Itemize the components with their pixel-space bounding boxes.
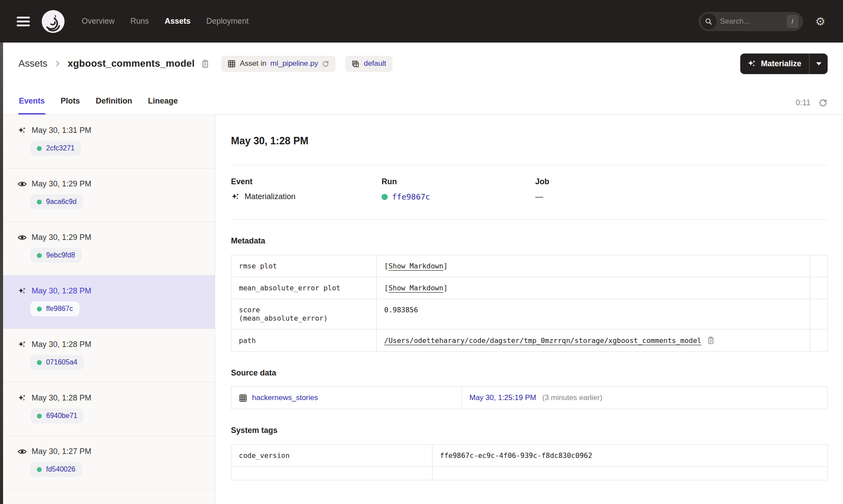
table-row: score (mean_absolute_error) 0.983856: [231, 299, 828, 329]
event-label: Event: [231, 177, 382, 186]
materialize-button[interactable]: Materialize: [740, 54, 809, 74]
materialization-sparkle-icon: [18, 393, 27, 403]
job-value: —: [535, 192, 543, 201]
group-default-link[interactable]: default: [364, 59, 386, 68]
source-data-section-title: Source data: [231, 368, 828, 378]
event-list-item[interactable]: May 30, 1:29 PM 9ebc9fd8: [3, 222, 215, 275]
score-value: 0.983856: [384, 306, 418, 314]
event-detail-heading: May 30, 1:28 PM: [231, 135, 828, 147]
metadata-key: mean_absolute_error plot: [231, 277, 377, 299]
table-row: rmse plot [Show Markdown]: [231, 255, 828, 277]
settings-gear-icon[interactable]: ⚙: [815, 16, 825, 27]
copy-path-icon[interactable]: [706, 336, 715, 345]
metadata-table: rmse plot [Show Markdown] mean_absolute_…: [231, 255, 828, 352]
hamburger-menu-icon[interactable]: [17, 17, 30, 26]
table-row: path /Users/odetteharary/code/dagster/tm…: [231, 329, 828, 352]
show-markdown-link[interactable]: [Show Markdown]: [384, 284, 448, 292]
run-id-badge[interactable]: 9aca6c9d: [30, 194, 83, 209]
search-box[interactable]: /: [699, 12, 803, 31]
event-time: May 30, 1:28 PM: [32, 286, 91, 296]
event-time: May 30, 1:27 PM: [32, 447, 91, 456]
run-id-badge[interactable]: 2cfc3271: [30, 141, 81, 156]
metadata-endcap-cell: [810, 277, 828, 299]
metadata-endcap-cell: [810, 299, 828, 329]
table-row: [231, 467, 828, 480]
breadcrumb-row: Assets xgboost_comments_model Asset in m…: [3, 43, 843, 85]
tag-value: ffe9867c-ec9c-4f06-939c-f8dc830c0962: [432, 445, 828, 467]
search-icon: [701, 14, 717, 29]
tab-lineage[interactable]: Lineage: [148, 97, 178, 114]
event-list-item[interactable]: May 30, 1:28 PM 6940be71: [3, 382, 215, 436]
run-id-badge[interactable]: 6940be71: [30, 408, 84, 423]
search-shortcut-key: /: [787, 15, 799, 28]
observation-eye-icon: [18, 233, 27, 242]
tab-events[interactable]: Events: [18, 97, 45, 114]
window-edge: [0, 43, 3, 504]
nav-item-overview[interactable]: Overview: [82, 17, 115, 26]
table-row: mean_absolute_error plot [Show Markdown]: [231, 277, 828, 299]
observation-eye-icon: [18, 179, 27, 189]
event-list-item[interactable]: May 30, 1:29 PM 9aca6c9d: [3, 168, 215, 222]
refresh-icon[interactable]: [818, 98, 828, 107]
tag-value: [432, 467, 828, 480]
metadata-section-title: Metadata: [231, 236, 828, 246]
materialization-sparkle-icon: [231, 192, 240, 201]
nav-item-assets[interactable]: Assets: [165, 17, 191, 26]
run-id-link: 071605a4: [46, 358, 77, 366]
event-list-item[interactable]: May 30, 1:28 PM 071605a4: [3, 329, 215, 382]
source-timestamp-link[interactable]: May 30, 1:25:19 PM: [469, 393, 536, 402]
asset-grid-icon: [227, 60, 236, 68]
event-list-item-selected[interactable]: May 30, 1:28 PM ffe9867c: [3, 275, 215, 329]
source-relative-time: (3 minutes earlier): [542, 393, 602, 402]
run-status-dot: [37, 307, 42, 311]
group-icon: [351, 60, 360, 68]
materialize-dropdown-button[interactable]: [809, 54, 828, 74]
reload-definition-icon[interactable]: [322, 60, 329, 68]
copy-asset-name-icon[interactable]: [201, 59, 210, 68]
breadcrumb-assets-link[interactable]: Assets: [18, 58, 47, 69]
run-status-dot: [37, 414, 42, 418]
top-nav: Overview Runs Assets Deployment / ⚙: [0, 0, 843, 43]
metadata-key: rmse plot: [231, 255, 377, 277]
pipeline-file-link[interactable]: ml_pipeline.py: [270, 59, 318, 68]
asset-in-label: Asset in: [240, 59, 266, 68]
run-id-link: fd540026: [46, 465, 76, 473]
breadcrumb-chevron-icon: [54, 60, 61, 68]
metadata-key: path: [231, 329, 377, 352]
page-title: xgboost_comments_model: [68, 58, 195, 69]
run-status-dot: [37, 253, 42, 258]
run-id-link[interactable]: ffe9867c: [392, 192, 430, 201]
job-label: Job: [535, 177, 828, 186]
tag-key: code_version: [231, 445, 432, 467]
asset-grid-icon: [239, 394, 247, 402]
run-id-badge[interactable]: 071605a4: [30, 355, 84, 370]
run-id-link: 9ebc9fd8: [46, 251, 75, 259]
event-list-item[interactable]: May 30, 1:31 PM 2cfc3271: [3, 115, 215, 168]
event-time: May 30, 1:28 PM: [32, 393, 91, 403]
search-input[interactable]: [717, 17, 787, 26]
metadata-endcap-cell: [810, 255, 828, 277]
source-asset-link[interactable]: hackernews_stories: [239, 393, 454, 402]
run-id-badge[interactable]: 9ebc9fd8: [30, 248, 82, 263]
table-row: code_version ffe9867c-ec9c-4f06-939c-f8d…: [231, 445, 828, 467]
run-id-link: 9aca6c9d: [46, 198, 76, 206]
storage-path-link[interactable]: /Users/odetteharary/code/dagster/tmp_0mz…: [384, 336, 701, 345]
event-list-item[interactable]: May 30, 1:27 PM fd540026: [3, 436, 215, 490]
materialization-sparkle-icon: [18, 340, 27, 349]
materialization-sparkle-icon: [18, 126, 27, 135]
metadata-key: score (mean_absolute_error): [231, 299, 377, 329]
system-tags-section-title: System tags: [231, 426, 828, 435]
sparkle-icon: [747, 59, 757, 68]
show-markdown-link[interactable]: [Show Markdown]: [384, 262, 448, 270]
event-list-sidebar: May 30, 1:31 PM 2cfc3271 May 30, 1:29 PM…: [3, 115, 215, 504]
tab-plots[interactable]: Plots: [60, 97, 80, 114]
nav-item-runs[interactable]: Runs: [130, 17, 149, 26]
run-id-badge[interactable]: ffe9867c: [30, 301, 79, 316]
asset-tabs: Events Plots Definition Lineage 0:11: [3, 85, 843, 115]
tab-definition[interactable]: Definition: [95, 97, 133, 114]
run-id-link: ffe9867c: [46, 305, 73, 313]
dagster-logo[interactable]: [41, 10, 65, 33]
run-id-badge[interactable]: fd540026: [30, 462, 82, 477]
nav-item-deployment[interactable]: Deployment: [206, 17, 249, 26]
chevron-down-icon: [816, 62, 821, 65]
